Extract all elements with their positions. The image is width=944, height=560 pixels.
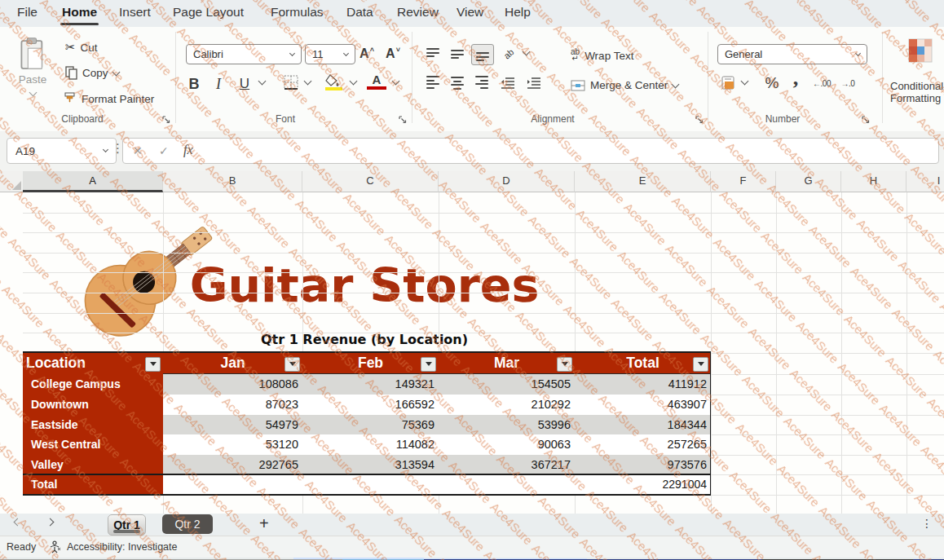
table-cell-location[interactable]: Valley	[23, 455, 163, 475]
wrap-text-button[interactable]: ab↵ Wrap Text	[571, 49, 633, 62]
table-cell-value[interactable]: 210292	[439, 395, 571, 415]
accounting-dropdown-icon[interactable]	[741, 77, 749, 86]
decrease-font-button[interactable]: A˅	[382, 44, 404, 64]
decrease-indent-button[interactable]	[497, 73, 518, 93]
column-header-i[interactable]: I	[907, 171, 944, 192]
table-cell-value[interactable]: 87023	[163, 395, 298, 415]
cancel-icon[interactable]: ✕	[133, 144, 143, 157]
decrease-decimal-button[interactable]: →.0	[836, 73, 859, 93]
table-cell-value[interactable]: 411912	[575, 374, 707, 395]
table-cell-value[interactable]: 292765	[163, 455, 298, 475]
align-top-button[interactable]	[422, 44, 443, 64]
column-header-g[interactable]: G	[776, 171, 841, 192]
underline-button[interactable]: U	[236, 74, 253, 94]
orientation-dropdown-icon[interactable]	[523, 48, 531, 56]
table-cell-value[interactable]: 54979	[163, 415, 298, 435]
sheet-tab-qtr2[interactable]: Qtr 2	[162, 514, 213, 534]
fill-color-dropdown-icon[interactable]	[350, 77, 358, 86]
table-cell-location[interactable]: Downtown	[23, 395, 163, 415]
column-header-f[interactable]: F	[711, 171, 776, 192]
align-middle-button[interactable]	[447, 44, 468, 64]
table-cell-value[interactable]: 154505	[439, 374, 571, 395]
table-cell-value[interactable]: 463907	[575, 395, 707, 415]
formula-input[interactable]: ✕ ✓ fx	[122, 138, 939, 164]
align-bottom-button[interactable]	[471, 44, 494, 65]
menu-tab-formulas[interactable]: Formulas	[271, 5, 324, 20]
comma-button[interactable]: ,	[787, 68, 804, 88]
menu-tab-view[interactable]: View	[457, 5, 483, 20]
alignment-dialog-launcher[interactable]	[695, 115, 704, 125]
paste-button[interactable]: Paste	[13, 36, 52, 114]
select-all-button[interactable]	[0, 171, 24, 192]
table-header-feb[interactable]: Feb	[302, 353, 439, 375]
number-dialog-launcher[interactable]	[861, 115, 871, 125]
clipboard-dialog-launcher[interactable]	[161, 115, 171, 125]
insert-function-icon[interactable]: fx	[183, 143, 193, 157]
menu-tab-help[interactable]: Help	[505, 5, 531, 20]
column-header-a[interactable]: A	[23, 171, 163, 192]
table-cell-value[interactable]: 108086	[163, 374, 298, 395]
table-cell-value[interactable]: 75369	[302, 415, 435, 435]
table-cell-value[interactable]: 90063	[439, 434, 571, 455]
column-header-h[interactable]: H	[841, 171, 907, 192]
column-header-e[interactable]: E	[575, 171, 711, 192]
accounting-format-icon[interactable]	[721, 74, 737, 90]
font-color-dropdown-icon[interactable]	[392, 77, 400, 86]
table-header-jan[interactable]: Jan	[163, 353, 302, 375]
align-left-button[interactable]	[422, 73, 443, 93]
sheet-more-button[interactable]: ⋮	[921, 517, 933, 530]
borders-dropdown-icon[interactable]	[304, 77, 312, 86]
prev-sheet-icon[interactable]	[14, 518, 22, 527]
column-header-d[interactable]: D	[439, 171, 575, 192]
table-cell-value[interactable]: 313594	[302, 455, 435, 475]
align-center-button[interactable]	[447, 73, 468, 93]
align-right-button[interactable]	[471, 73, 492, 93]
enter-icon[interactable]: ✓	[159, 144, 169, 157]
font-size-select[interactable]: 11	[305, 44, 355, 64]
font-dialog-launcher[interactable]	[398, 115, 408, 125]
table-cell-grand-total[interactable]	[163, 474, 298, 495]
sheet-grid[interactable]: Guitar Stores Qtr 1 Revenue (by Location…	[0, 192, 944, 514]
table-cell-value[interactable]: 166592	[302, 395, 435, 415]
italic-button[interactable]: I	[212, 74, 225, 94]
increase-decimal-button[interactable]: ←.00	[810, 73, 833, 93]
merge-center-button[interactable]: Merge & Center	[571, 79, 678, 91]
table-header-mar[interactable]: Mar	[439, 353, 575, 375]
font-name-select[interactable]: Calibri	[186, 44, 302, 64]
percent-button[interactable]: %	[761, 73, 783, 93]
filter-button-total[interactable]	[693, 357, 708, 372]
menu-tab-file[interactable]: File	[17, 5, 37, 20]
table-cell-value[interactable]: 973576	[575, 455, 707, 475]
number-format-select[interactable]: General	[717, 44, 867, 64]
table-cell-value[interactable]: 149321	[302, 374, 435, 395]
increase-font-button[interactable]: A˄	[355, 44, 378, 64]
table-cell-value[interactable]: 184344	[575, 415, 707, 435]
format-painter-button[interactable]: Format Painter	[64, 92, 154, 105]
borders-icon[interactable]	[284, 75, 298, 90]
table-cell-location[interactable]: West Central	[23, 434, 163, 455]
sheet-tab-qtr1[interactable]: Qtr 1	[108, 514, 146, 536]
filter-button-feb[interactable]	[421, 357, 436, 372]
next-sheet-icon[interactable]	[46, 518, 55, 527]
filter-button-location[interactable]	[145, 357, 161, 372]
table-cell-value[interactable]: 53120	[163, 434, 298, 455]
underline-dropdown-icon[interactable]	[258, 77, 267, 86]
menu-tab-insert[interactable]: Insert	[119, 5, 151, 20]
menu-tab-home[interactable]: Home	[62, 5, 97, 20]
table-cell-location[interactable]: College Campus	[23, 374, 163, 395]
table-header-location[interactable]: Location	[23, 353, 163, 375]
menu-tab-review[interactable]: Review	[397, 5, 439, 20]
table-cell-grand-total[interactable]	[302, 474, 435, 495]
filter-button-jan[interactable]	[285, 357, 300, 372]
filter-button-mar[interactable]	[557, 357, 572, 372]
copy-button[interactable]: Copy	[65, 66, 119, 80]
bold-button[interactable]: B	[186, 74, 202, 94]
conditional-formatting-button[interactable]: Conditional Formatting	[890, 80, 944, 104]
column-header-b[interactable]: B	[163, 171, 302, 192]
column-header-c[interactable]: C	[302, 171, 439, 192]
increase-indent-button[interactable]	[523, 73, 545, 93]
table-cell-grand-total[interactable]: 2291004	[575, 474, 707, 495]
table-cell-value[interactable]: 114082	[302, 434, 435, 455]
table-cell-value[interactable]: 53996	[439, 415, 571, 435]
table-cell-value[interactable]: 257265	[575, 434, 707, 455]
